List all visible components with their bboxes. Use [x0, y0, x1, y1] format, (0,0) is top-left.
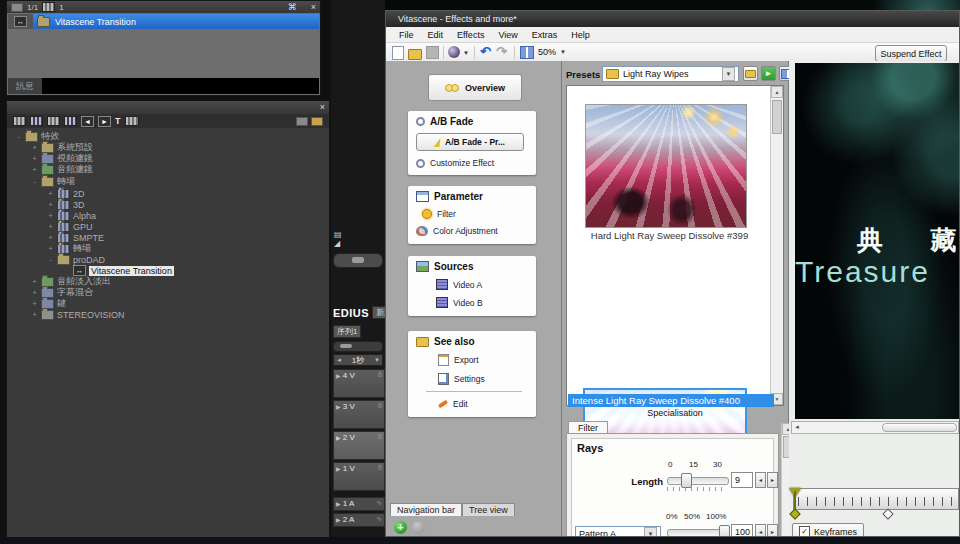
tree-item[interactable]: -proDAD [47, 254, 105, 265]
tree-item[interactable]: +Alpha [47, 210, 96, 221]
settings-link[interactable]: Settings [438, 373, 536, 385]
menu-effects[interactable]: Effects [457, 30, 484, 40]
add-preset-button[interactable]: + [394, 521, 407, 534]
video-preview[interactable]: 典 藏 Treasure [795, 63, 959, 419]
menu-edit[interactable]: Edit [428, 30, 444, 40]
effect-mode-icon[interactable] [448, 46, 460, 58]
scale-dropdown-icon[interactable]: ▼ [374, 357, 380, 363]
keyframe-ruler[interactable] [793, 488, 959, 510]
filmstrip-icon[interactable] [47, 116, 60, 126]
sequence-tab[interactable]: 序列1 [333, 325, 361, 338]
video-b-link[interactable]: Video B [436, 297, 536, 308]
tree-item[interactable]: +STEREOVISION [31, 309, 125, 320]
scale-left-icon[interactable]: ◄ [336, 357, 342, 363]
menu-extras[interactable]: Extras [532, 30, 558, 40]
dropdown-caret-icon[interactable]: ▼ [644, 527, 657, 537]
export-link[interactable]: Export [438, 354, 536, 366]
redo-icon[interactable]: ↷ [496, 44, 507, 59]
expand-toggle[interactable]: + [31, 143, 38, 152]
length-slider-thumb[interactable] [681, 473, 692, 488]
lock-icon[interactable]: б [378, 402, 382, 409]
effect-row[interactable]: ↔ Vitascene Transition [8, 14, 319, 29]
menu-file[interactable]: File [399, 30, 414, 40]
close-icon[interactable]: × [320, 103, 325, 112]
apply-button[interactable]: ► [761, 66, 776, 81]
view-list-icon[interactable] [311, 117, 323, 126]
expand-track-icon[interactable]: ▶ [336, 404, 341, 410]
filmstrip-dissolve-icon[interactable] [64, 116, 77, 126]
tree-item[interactable]: +3D [47, 199, 85, 210]
expand-toggle[interactable]: + [31, 154, 38, 163]
remove-preset-button[interactable] [412, 521, 425, 534]
preset-thumbnail[interactable] [585, 104, 747, 228]
expand-track-icon[interactable]: ▶ [336, 501, 341, 507]
suspend-effect-button[interactable]: Suspend Effect [875, 45, 947, 62]
close-icon[interactable]: × [311, 3, 316, 12]
edit-link[interactable]: Edit [438, 399, 536, 409]
expand-toggle[interactable]: + [47, 200, 54, 209]
preset-folder-dropdown[interactable]: Light Ray Wipes ▼ [602, 66, 739, 82]
layout-columns-icon[interactable] [520, 46, 534, 59]
tree-item[interactable]: +鍵 [31, 298, 66, 309]
menu-view[interactable]: View [498, 30, 517, 40]
expand-toggle[interactable]: - [15, 132, 22, 141]
scrollbar-thumb[interactable] [772, 100, 782, 134]
track-header[interactable]: ▶ 3 Vб [333, 400, 385, 429]
tree-item[interactable]: +2D [47, 188, 85, 199]
filmstrip-dissolve-icon[interactable] [30, 116, 43, 126]
expand-track-icon[interactable]: ▶ [336, 466, 341, 472]
preset-list-scrollbar[interactable]: ▲ ▼ [770, 86, 783, 405]
mixer-slider[interactable] [333, 253, 383, 268]
audio-track-header[interactable]: ▶ 2 A∿ [333, 513, 385, 527]
timescale-value[interactable]: 1秒 [352, 355, 364, 366]
track-header-selected[interactable]: ▶ 2 Vб [333, 431, 385, 460]
undo-icon[interactable]: ↶ [480, 44, 491, 59]
zoom-slider[interactable] [333, 341, 383, 352]
pattern-dropdown[interactable]: Pattern A ▼ [575, 526, 661, 537]
expand-toggle[interactable]: + [31, 299, 38, 308]
tab-navigation-bar[interactable]: Navigation bar [390, 503, 462, 516]
clip-out-icon[interactable]: ► [98, 116, 111, 127]
lock-icon[interactable]: б [378, 464, 382, 471]
expand-toggle[interactable]: + [31, 310, 38, 319]
window-titlebar[interactable]: Vitascene - Effects and more* [386, 11, 959, 27]
expand-toggle[interactable]: + [47, 233, 54, 242]
tree-item[interactable]: +音頻濾鏡 [31, 164, 93, 175]
lock-icon[interactable]: б [378, 371, 382, 378]
scrollbar-thumb[interactable] [882, 423, 957, 432]
pattern-value[interactable]: 100 [731, 524, 753, 537]
preview-hscrollbar[interactable]: ◄ [791, 421, 959, 434]
expand-toggle[interactable]: + [47, 244, 54, 253]
lock-icon[interactable]: б [378, 433, 382, 440]
expand-toggle[interactable]: + [47, 222, 54, 231]
filmstrip-icon[interactable] [13, 116, 26, 126]
expand-toggle[interactable]: - [47, 255, 54, 264]
expand-toggle[interactable]: + [31, 165, 38, 174]
expand-toggle[interactable]: + [31, 277, 38, 286]
length-spin-down[interactable]: ◂ [755, 472, 766, 488]
zoom-dropdown-icon[interactable]: ▼ [560, 49, 566, 55]
filter-link[interactable]: Filter [422, 209, 536, 219]
preset-caption[interactable]: Hard Light Ray Sweep Dissolve #399 [567, 230, 772, 241]
tree-item[interactable]: +GPU [47, 221, 93, 232]
preset-list[interactable]: ▲ ▼ Hard Light Ray Sweep Dissolve #399 I… [566, 85, 784, 406]
pattern-spin-up[interactable]: ▸ [767, 524, 778, 537]
expand-toggle[interactable]: + [47, 189, 54, 198]
video-a-link[interactable]: Video A [436, 279, 536, 290]
info-palette-titlebar[interactable]: 1/1 1 ⌘ × [7, 1, 320, 13]
keyframe-diamond[interactable] [882, 508, 893, 519]
layers-icon[interactable] [125, 116, 139, 126]
length-slider[interactable] [667, 477, 729, 485]
expand-track-icon[interactable]: ▶ [336, 373, 341, 379]
expand-toggle[interactable]: + [47, 211, 54, 220]
preset-caption-selected[interactable]: Intense Light Ray Sweep Dissolve #400 [568, 394, 774, 407]
slider-thumb[interactable] [340, 344, 352, 348]
expand-track-icon[interactable]: ▶ [336, 517, 341, 523]
checkbox-icon[interactable]: ✓ [799, 526, 810, 537]
tree-item[interactable]: -轉場 [31, 176, 75, 187]
tree-item[interactable]: +轉場 [47, 243, 91, 254]
expand-toggle[interactable]: - [31, 177, 38, 186]
keyframe-start-diamond[interactable] [789, 508, 800, 519]
settings-icon[interactable]: ⌘ [288, 3, 297, 12]
scroll-left-icon[interactable]: ◄ [794, 424, 800, 430]
